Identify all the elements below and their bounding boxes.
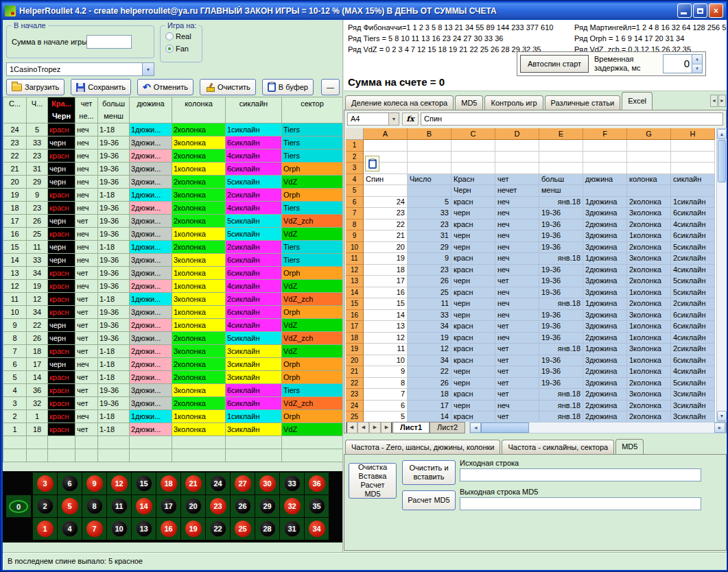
bottom-tab-1[interactable]: Частота - Zero, шансы, дюжины, колонки: [345, 440, 500, 454]
cell-G15[interactable]: 2колонка: [627, 298, 671, 310]
cell-D21[interactable]: чет: [495, 366, 539, 378]
cell-A24[interactable]: 6: [364, 401, 408, 412]
cell-E21[interactable]: 19-36: [539, 366, 583, 378]
roulette-cell-4[interactable]: 4: [58, 518, 82, 540]
cell-G24[interactable]: 2колонка: [627, 401, 671, 412]
roulette-cell-6[interactable]: 6: [58, 473, 82, 494]
cell-C20[interactable]: красн: [451, 355, 495, 367]
cell-B24[interactable]: 17: [408, 401, 451, 412]
tab-1[interactable]: Деление колеса на сектора: [345, 95, 454, 110]
cell-G19[interactable]: 3колонка: [627, 344, 671, 355]
cell-H6[interactable]: 1сиклайн: [671, 197, 715, 208]
row-header-17[interactable]: 17: [346, 321, 364, 333]
cell-D4[interactable]: чет: [495, 174, 539, 186]
roulette-cell-30[interactable]: 30: [255, 473, 279, 494]
tab-3[interactable]: Контроль игр: [484, 95, 543, 110]
tab-scroll-left-icon[interactable]: ◄: [710, 95, 718, 107]
roulette-cell-17[interactable]: 17: [156, 495, 180, 517]
cell-F13[interactable]: 3дюжина: [583, 276, 627, 287]
cell-G17[interactable]: 1колонка: [627, 321, 671, 333]
roulette-cell-8[interactable]: 8: [82, 495, 106, 517]
cell-G13[interactable]: 2колонка: [627, 276, 671, 287]
cell-B18[interactable]: 19: [408, 333, 451, 344]
cell-name-box[interactable]: A4 ▼: [347, 112, 399, 126]
cell-H22[interactable]: 5сиклайн: [671, 378, 715, 390]
roulette-cell-3[interactable]: 3: [33, 473, 57, 494]
roulette-cell-23[interactable]: 23: [206, 495, 230, 517]
tab-5[interactable]: Excel: [622, 92, 653, 110]
cell-A16[interactable]: 14: [364, 310, 408, 322]
row-header-1[interactable]: 1: [346, 140, 364, 152]
cell-H2[interactable]: [671, 152, 715, 163]
roulette-cell-7[interactable]: 7: [82, 518, 106, 540]
column-header-G[interactable]: G: [627, 128, 671, 140]
combo-dropdown-icon[interactable]: ▼: [142, 63, 154, 75]
cell-C23[interactable]: красн: [451, 389, 495, 401]
row-header-23[interactable]: 23: [346, 389, 364, 401]
cell-E19[interactable]: янв.18: [539, 344, 583, 355]
cell-H13[interactable]: 5сиклайн: [671, 276, 715, 287]
cell-C25[interactable]: красн: [451, 412, 495, 422]
cell-H12[interactable]: 4сиклайн: [671, 265, 715, 276]
column-header-E[interactable]: E: [539, 128, 583, 140]
row-header-19[interactable]: 19: [346, 344, 364, 355]
fx-button[interactable]: fx: [402, 112, 419, 126]
cell-C19[interactable]: красн: [451, 344, 495, 355]
autospin-start-button[interactable]: Автоспин старт: [520, 55, 589, 73]
cell-B4[interactable]: Число: [408, 174, 451, 186]
cell-F1[interactable]: [583, 140, 627, 152]
row-header-16[interactable]: 16: [346, 310, 364, 322]
cell-A22[interactable]: 8: [364, 378, 408, 390]
radio-real[interactable]: Real: [165, 32, 191, 40]
cell-D7[interactable]: неч: [495, 208, 539, 219]
cell-F12[interactable]: 2дюжина: [583, 265, 627, 276]
tab-2[interactable]: MD5: [455, 95, 483, 110]
sheet-nav-last-icon[interactable]: ▶: [381, 422, 392, 433]
cell-A5[interactable]: [364, 185, 408, 197]
hscroll-left-icon[interactable]: ◄: [470, 422, 481, 433]
row-header-5[interactable]: 5: [346, 185, 364, 197]
cell-H9[interactable]: 6сиклайн: [671, 230, 715, 242]
cell-B7[interactable]: 33: [408, 208, 451, 219]
roulette-cell-20[interactable]: 20: [181, 495, 205, 517]
row-header-25[interactable]: 25: [346, 412, 364, 422]
casino-select[interactable]: 1CasinoTropez ▼: [6, 62, 154, 76]
cell-E8[interactable]: 19-36: [539, 219, 583, 231]
roulette-cell-31[interactable]: 31: [280, 518, 304, 540]
cell-C7[interactable]: черн: [451, 208, 495, 219]
sheet-nav-prev-icon[interactable]: ◀: [357, 422, 369, 433]
row-header-13[interactable]: 13: [346, 276, 364, 287]
hscroll-right-icon[interactable]: ►: [714, 422, 725, 433]
excel-hscrollbar[interactable]: ◄ ►: [469, 422, 726, 433]
column-header-H[interactable]: H: [671, 128, 715, 140]
cell-G11[interactable]: 3колонка: [627, 253, 671, 265]
cell-D9[interactable]: неч: [495, 230, 539, 242]
cell-B17[interactable]: 34: [408, 321, 451, 333]
cell-H16[interactable]: 6сиклайн: [671, 310, 715, 322]
roulette-cell-10[interactable]: 10: [107, 518, 131, 540]
cell-B2[interactable]: [408, 152, 451, 163]
namebox-dropdown-icon[interactable]: ▼: [388, 113, 399, 125]
cell-A1[interactable]: [364, 140, 408, 152]
cell-H14[interactable]: 5сиклайн: [671, 287, 715, 299]
cell-G6[interactable]: 2колонка: [627, 197, 671, 208]
cell-D23[interactable]: чет: [495, 389, 539, 401]
cell-D19[interactable]: чет: [495, 344, 539, 355]
cell-F7[interactable]: 3дюжина: [583, 208, 627, 219]
scroll-down-icon[interactable]: ▼: [717, 411, 727, 421]
cell-G8[interactable]: 2колонка: [627, 219, 671, 231]
cell-E12[interactable]: 19-36: [539, 265, 583, 276]
title-bar[interactable]: HelperRoullet 4.2 - create helperroullet…: [2, 2, 726, 19]
close-button[interactable]: ×: [709, 3, 723, 18]
cell-H17[interactable]: 6сиклайн: [671, 321, 715, 333]
hscroll-track[interactable]: [529, 422, 714, 433]
cell-B16[interactable]: 33: [408, 310, 451, 322]
cell-F19[interactable]: 1дюжина: [583, 344, 627, 355]
cell-G10[interactable]: 2колонка: [627, 242, 671, 254]
roulette-cell-27[interactable]: 27: [231, 473, 255, 494]
cell-A12[interactable]: 18: [364, 265, 408, 276]
cell-H24[interactable]: 3сиклайн: [671, 401, 715, 412]
cell-D12[interactable]: неч: [495, 265, 539, 276]
roulette-cell-33[interactable]: 33: [280, 473, 304, 494]
cell-C12[interactable]: красн: [451, 265, 495, 276]
